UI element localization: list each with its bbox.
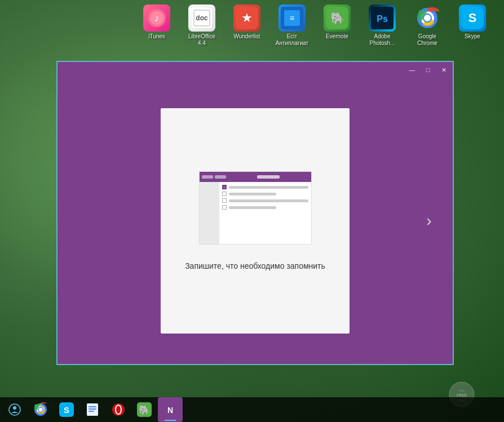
onenote-row-1 [222, 185, 308, 189]
svg-text:≡: ≡ [290, 14, 294, 23]
desktop-icons-row: ♪ iTunes doc LibreOffice 4.4 ★ [0, 0, 504, 51]
svg-text:N: N [167, 406, 173, 415]
svg-rect-35 [89, 406, 96, 407]
svg-text:ALL: ALL [459, 389, 465, 392]
checkbox-1 [222, 185, 227, 189]
svg-text:♪: ♪ [154, 12, 160, 24]
desktop-icon-libreoffice[interactable]: doc LibreOffice 4.4 [182, 2, 222, 49]
taskbar-chrome-icon[interactable] [28, 397, 53, 422]
svg-rect-37 [89, 411, 94, 412]
onenote-row-3 [222, 198, 308, 203]
svg-text:doc: doc [196, 14, 208, 22]
window-titlebar: — □ ✕ [58, 62, 453, 78]
taskbar-skype-icon[interactable]: S [54, 397, 79, 422]
svg-text:FREE: FREE [457, 393, 467, 397]
taskbar-docs-icon[interactable] [80, 397, 105, 422]
itunes-icon: ♪ [143, 5, 170, 32]
line-3 [229, 199, 308, 202]
close-button[interactable]: ✕ [439, 65, 448, 74]
app-window: — □ ✕ [56, 61, 454, 365]
taskbar-start-button[interactable] [2, 397, 27, 422]
line-1 [229, 186, 308, 189]
carousel-card: Запишите, что необходимо запомнить [161, 108, 350, 334]
evernote-label: Evernote [326, 33, 348, 40]
desktop-icon-evernote[interactable]: 🐘 Evernote [317, 2, 357, 49]
taskbar-opera-icon[interactable] [106, 397, 131, 422]
skype-label: Skype [465, 33, 480, 40]
skype-icon: S [459, 5, 486, 32]
svg-text:S: S [468, 11, 477, 25]
eset-label: Есіт Антиплагиат [276, 33, 308, 47]
onenote-row-4 [222, 205, 308, 210]
toolbar-dot-2 [215, 175, 226, 179]
desktop-icon-photoshop[interactable]: Ps Adobe Photosh... [362, 2, 403, 49]
checkbox-2 [222, 192, 227, 196]
carousel-next-button[interactable]: › [419, 211, 439, 231]
svg-point-30 [39, 408, 43, 412]
evernote-icon: 🐘 [324, 5, 351, 32]
toolbar-dot-1 [202, 175, 213, 179]
maximize-button[interactable]: □ [423, 65, 432, 74]
carousel-caption: Запишите, что необходимо запомнить [185, 261, 325, 270]
taskbar-onenote-icon[interactable]: N [158, 397, 183, 422]
desktop-icon-skype[interactable]: S Skype [452, 2, 493, 49]
svg-text:★: ★ [241, 11, 253, 25]
desktop-icon-itunes[interactable]: ♪ iTunes [136, 2, 177, 49]
checkbox-4 [222, 205, 227, 210]
chrome-icon [414, 5, 441, 32]
photoshop-icon: Ps [369, 5, 396, 32]
line-4 [229, 206, 277, 209]
taskbar: S 🐘 [0, 397, 504, 422]
window-content: Запишите, что необходимо запомнить › [58, 78, 453, 364]
chrome-label: Google Chrome [417, 33, 437, 47]
svg-text:Ps: Ps [377, 14, 388, 24]
libreoffice-icon: doc [188, 5, 215, 32]
eset-icon: ≡ [278, 5, 306, 32]
toolbar-title-bar [257, 175, 280, 179]
svg-text:🐘: 🐘 [139, 405, 150, 415]
desktop: ♪ iTunes doc LibreOffice 4.4 ★ [0, 0, 504, 422]
line-2 [229, 193, 277, 196]
libreoffice-label: LibreOffice 4.4 [188, 33, 215, 47]
onenote-mockup-main [219, 182, 311, 244]
svg-point-18 [424, 15, 431, 21]
taskbar-evernote-icon[interactable]: 🐘 [132, 397, 157, 422]
wunderlist-icon: ★ [233, 5, 260, 32]
desktop-icon-wunderlist[interactable]: ★ Wunderlist [227, 2, 267, 49]
svg-text:S: S [64, 405, 69, 415]
photoshop-label: Adobe Photosh... [369, 33, 395, 47]
onenote-row-2 [222, 192, 308, 196]
svg-rect-36 [89, 408, 96, 410]
desktop-icon-eset[interactable]: ≡ Есіт Антиплагиат [272, 2, 312, 49]
checkbox-3 [222, 198, 227, 203]
onenote-mockup-toolbar [200, 172, 311, 182]
wunderlist-label: Wunderlist [233, 33, 260, 40]
minimize-button[interactable]: — [408, 65, 417, 74]
onenote-mockup-body [200, 182, 311, 244]
svg-text:🐘: 🐘 [330, 11, 344, 25]
desktop-icon-chrome[interactable]: Google Chrome [407, 2, 448, 49]
itunes-label: iTunes [148, 33, 165, 40]
onenote-mockup-image [199, 171, 312, 245]
onenote-mockup-sidebar [200, 182, 219, 244]
svg-point-26 [13, 406, 16, 410]
